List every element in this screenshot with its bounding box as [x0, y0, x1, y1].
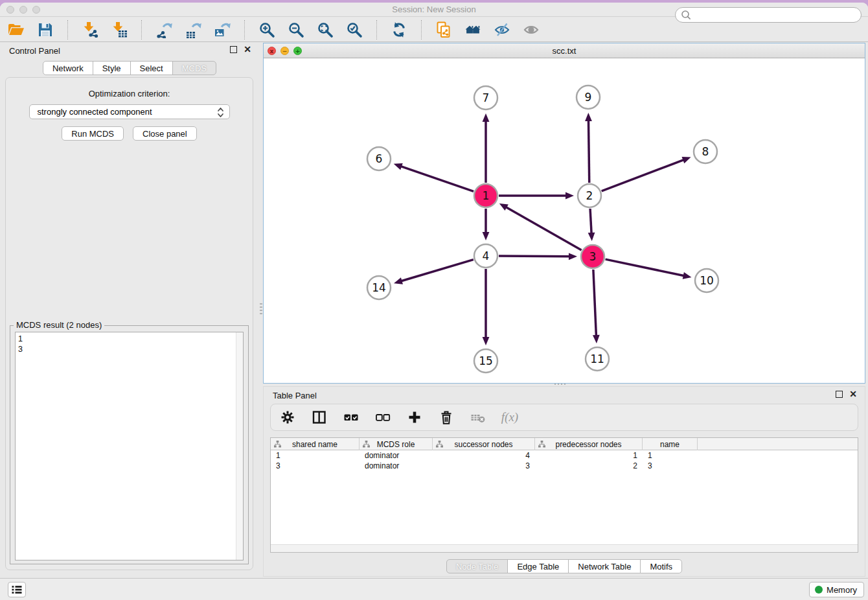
home-icon[interactable]: [464, 21, 481, 38]
hide-details-icon[interactable]: [494, 21, 510, 38]
control-panel-tabs: NetworkStyleSelectMCDS: [0, 61, 259, 75]
search-box[interactable]: [675, 7, 862, 23]
table-header-row: shared nameMCDS rolesuccessor nodesprede…: [271, 438, 858, 450]
graph-edge-1-6[interactable]: [400, 166, 474, 191]
vertical-splitter-grip[interactable]: [260, 303, 262, 315]
table-horizontal-scrollbar[interactable]: [271, 544, 858, 552]
toolbar-separator: [141, 20, 142, 40]
column-header-MCDS-role[interactable]: MCDS role: [360, 438, 433, 450]
export-table-icon[interactable]: [185, 21, 201, 38]
network-canvas[interactable]: 7968124314101511: [264, 59, 865, 383]
mcds-result-lines: 13: [18, 334, 240, 354]
network-window-title: scc.txt: [264, 46, 865, 56]
refresh-icon[interactable]: [391, 21, 407, 38]
mcds-result-textarea[interactable]: 13: [15, 332, 244, 560]
mcds-result-groupbox: MCDS result (2 nodes) 13: [10, 325, 249, 564]
table-tab-node-table[interactable]: Node Table: [446, 559, 508, 573]
table-cell[interactable]: 1: [535, 450, 643, 461]
tab-style[interactable]: Style: [93, 61, 131, 75]
graph-arrowhead-2-9: [585, 113, 592, 121]
search-icon: [680, 9, 692, 21]
save-session-icon[interactable]: [37, 21, 54, 38]
graph-arrowhead-1-2: [565, 192, 574, 200]
optimization-criterion-label: Optimization criterion:: [6, 89, 253, 98]
graph-node-label-1: 1: [483, 189, 490, 202]
mcds-result-title: MCDS result (2 nodes): [14, 320, 104, 330]
table-tab-motifs[interactable]: Motifs: [640, 559, 682, 573]
close-panel-icon[interactable]: ✕: [244, 46, 251, 53]
column-header-name[interactable]: name: [643, 438, 698, 450]
table-cell[interactable]: 4: [433, 450, 535, 461]
column-header-predecessor-nodes[interactable]: predecessor nodes: [535, 438, 643, 450]
graph-node-label-11: 11: [590, 352, 604, 365]
close-panel-button[interactable]: Close panel: [133, 126, 197, 141]
add-row-icon[interactable]: [407, 410, 422, 425]
export-network-icon[interactable]: [155, 21, 172, 38]
show-details-icon: [523, 21, 540, 38]
column-header-successor-nodes[interactable]: successor nodes: [433, 438, 535, 450]
network-graph[interactable]: 7968124314101511: [264, 59, 865, 384]
graph-node-label-6: 6: [376, 152, 383, 165]
graph-edge-3-1[interactable]: [505, 207, 581, 250]
search-input[interactable]: [692, 9, 861, 21]
table-cell[interactable]: 3: [433, 461, 535, 471]
optimization-criterion-dropdown[interactable]: strongly connected component: [29, 104, 230, 119]
settings-gear-icon[interactable]: [280, 410, 295, 425]
run-mcds-button[interactable]: Run MCDS: [62, 126, 124, 141]
task-history-button[interactable]: [8, 582, 26, 597]
table-cell[interactable]: 1: [271, 450, 360, 461]
table-cell[interactable]: 1: [643, 450, 698, 461]
select-all-icon[interactable]: [343, 410, 359, 425]
float-panel-icon[interactable]: [230, 46, 237, 53]
zoom-fit-icon[interactable]: [317, 21, 334, 38]
table-cell[interactable]: 2: [535, 461, 643, 471]
graph-edge-2-9[interactable]: [588, 120, 589, 183]
column-header-shared-name[interactable]: shared name: [271, 438, 360, 450]
memory-button[interactable]: Memory: [809, 582, 864, 597]
tab-select[interactable]: Select: [130, 61, 173, 75]
clone-network-icon[interactable]: [435, 21, 452, 38]
tab-mcds[interactable]: MCDS: [172, 61, 216, 75]
tab-network[interactable]: Network: [43, 61, 93, 75]
result-scrollbar[interactable]: [236, 332, 243, 560]
app-window: Session: New Session Control Panel ✕ Net…: [0, 3, 868, 600]
toolbar-separator: [67, 20, 68, 40]
graph-arrowhead-1-7: [483, 113, 490, 122]
table-cell[interactable]: dominator: [360, 450, 433, 461]
columns-icon[interactable]: [312, 410, 327, 425]
graph-edge-3-11[interactable]: [593, 270, 597, 336]
graph-arrowhead-1-6: [394, 163, 403, 170]
table-tab-edge-table[interactable]: Edge Table: [507, 559, 569, 573]
graph-edge-2-8[interactable]: [602, 159, 685, 190]
table-cell[interactable]: dominator: [360, 461, 433, 471]
zoom-selected-icon[interactable]: [346, 21, 363, 38]
delete-column-icon: [470, 410, 486, 425]
network-view-window: x − + scc.txt 7968124314101511: [263, 43, 865, 384]
graph-edge-2-3[interactable]: [590, 209, 591, 234]
graph-node-label-14: 14: [372, 281, 386, 294]
memory-label: Memory: [827, 585, 857, 595]
delete-row-icon[interactable]: [439, 410, 454, 425]
export-image-icon[interactable]: [214, 21, 231, 38]
table-tab-network-table[interactable]: Network Table: [568, 559, 641, 573]
unselect-all-icon[interactable]: [375, 410, 391, 425]
zoom-out-icon[interactable]: [288, 21, 304, 38]
table-row[interactable]: 1dominator411: [271, 450, 858, 461]
graph-arrowhead-2-8: [681, 157, 691, 163]
graph-node-label-3: 3: [589, 250, 597, 263]
table-row[interactable]: 3dominator323: [271, 461, 858, 471]
table-float-panel-icon[interactable]: [836, 391, 843, 398]
table-panel-title: Table Panel: [273, 391, 317, 400]
graph-edge-3-10[interactable]: [606, 259, 685, 276]
zoom-in-icon[interactable]: [258, 21, 275, 38]
table-cell[interactable]: 3: [271, 461, 360, 471]
graph-arrowhead-3-10: [683, 272, 692, 279]
table-close-panel-icon[interactable]: ✕: [849, 391, 857, 398]
graph-edge-4-3[interactable]: [499, 256, 570, 257]
import-network-icon[interactable]: [82, 21, 98, 38]
mcds-tab-content: Optimization criterion: strongly connect…: [5, 77, 253, 570]
import-table-icon[interactable]: [111, 21, 128, 38]
table-cell[interactable]: 3: [643, 461, 698, 471]
graph-edge-4-14[interactable]: [401, 260, 474, 281]
open-file-icon[interactable]: [8, 21, 25, 38]
